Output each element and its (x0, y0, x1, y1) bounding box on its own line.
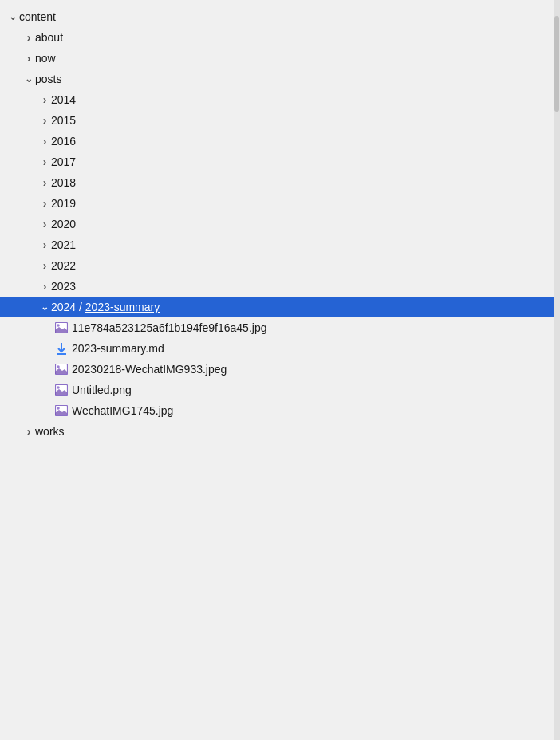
tree-item-2022[interactable]: 2022 (0, 255, 554, 276)
tree-item-content[interactable]: content (0, 6, 554, 27)
folder-label: 2020 (51, 218, 76, 230)
tree-item-img3[interactable]: Untitled.png (0, 380, 554, 400)
chevron-right-icon (38, 135, 51, 148)
folder-label: about (35, 31, 63, 44)
folder-label: 2022 (51, 259, 76, 272)
tree-item-img2[interactable]: 20230218-WechatIMG933.jpeg (0, 359, 554, 380)
tree-item-2019[interactable]: 2019 (0, 193, 554, 214)
file-label: Untitled.png (72, 384, 132, 396)
chevron-right-icon (38, 238, 51, 251)
tree-item-img4[interactable]: WechatIMG1745.jpg (0, 400, 554, 421)
tree-item-md1[interactable]: 2023-summary.md (0, 338, 554, 359)
chevron-down-icon (6, 10, 19, 23)
folder-label: works (35, 425, 65, 438)
chevron-right-icon (38, 259, 51, 272)
tree-item-2017[interactable]: 2017 (0, 152, 554, 172)
svg-point-7 (57, 386, 60, 389)
file-label: 20230218-WechatIMG933.jpeg (72, 363, 227, 376)
svg-point-1 (57, 324, 60, 327)
folder-label: 2019 (51, 197, 76, 210)
file-label: 11e784a523125a6f1b194fe9f16a45.jpg (72, 321, 266, 334)
folder-label: 2017 (51, 155, 76, 168)
tree-item-2014[interactable]: 2014 (0, 89, 554, 110)
chevron-right-icon (22, 52, 35, 65)
scrollbar-thumb[interactable] (554, 16, 559, 112)
file-label: 2023-summary.md (72, 342, 164, 355)
chevron-right-icon (38, 197, 51, 210)
folder-label: 2024 / 2023-summary (51, 301, 160, 313)
folder-label: 2016 (51, 135, 76, 148)
download-file-icon (54, 341, 69, 356)
image-file-icon (54, 403, 69, 418)
file-label: WechatIMG1745.jpg (72, 404, 173, 417)
chevron-down-icon (22, 73, 35, 85)
chevron-right-icon (38, 218, 51, 230)
tree-item-2024-summary[interactable]: 2024 / 2023-summary (0, 297, 554, 317)
chevron-right-icon (22, 31, 35, 44)
tree-item-img1[interactable]: 11e784a523125a6f1b194fe9f16a45.jpg (0, 317, 554, 338)
tree-item-2020[interactable]: 2020 (0, 214, 554, 234)
folder-label: posts (35, 73, 61, 85)
file-tree[interactable]: content about now posts 2014 2015 2016 2… (0, 0, 554, 740)
tree-item-2021[interactable]: 2021 (0, 234, 554, 255)
tree-item-posts[interactable]: posts (0, 69, 554, 89)
path-child-label: 2023-summary (85, 301, 160, 313)
chevron-right-icon (38, 280, 51, 293)
folder-label: 2014 (51, 93, 76, 106)
folder-label: 2021 (51, 238, 76, 251)
chevron-down-icon (38, 301, 51, 313)
chevron-right-icon (38, 93, 51, 106)
chevron-right-icon (38, 114, 51, 127)
folder-label: 2015 (51, 114, 76, 127)
tree-item-2015[interactable]: 2015 (0, 110, 554, 131)
chevron-right-icon (38, 176, 51, 189)
folder-label: content (19, 10, 56, 23)
tree-item-2016[interactable]: 2016 (0, 131, 554, 152)
folder-label: 2023 (51, 280, 76, 293)
tree-item-2023[interactable]: 2023 (0, 276, 554, 297)
tree-item-now[interactable]: now (0, 48, 554, 69)
tree-item-about[interactable]: about (0, 27, 554, 48)
svg-point-5 (57, 365, 60, 368)
tree-item-works[interactable]: works (0, 421, 554, 442)
scrollbar[interactable] (554, 0, 560, 740)
folder-label: 2018 (51, 176, 76, 189)
svg-point-9 (57, 407, 60, 410)
image-file-icon (54, 383, 69, 397)
image-file-icon (54, 362, 69, 376)
chevron-right-icon (22, 425, 35, 438)
image-file-icon (54, 321, 69, 335)
folder-label: now (35, 52, 56, 65)
tree-item-2018[interactable]: 2018 (0, 172, 554, 193)
chevron-right-icon (38, 155, 51, 168)
